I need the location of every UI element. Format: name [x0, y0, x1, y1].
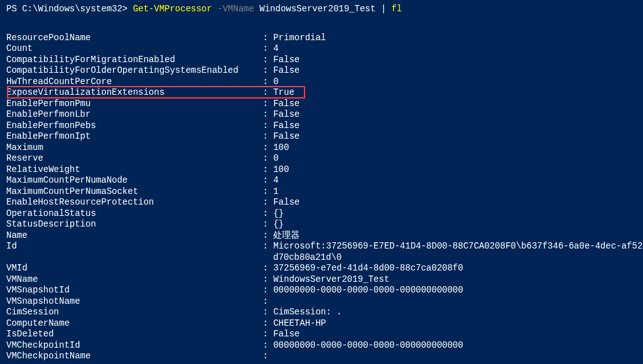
property-separator: :: [257, 329, 273, 340]
output-row: VMCheckpointName :: [6, 351, 637, 362]
property-key: VMId: [6, 263, 257, 274]
property-value: {}: [273, 208, 637, 220]
property-separator: :: [257, 120, 273, 132]
property-separator: :: [257, 208, 273, 220]
property-key: Maximum: [6, 142, 257, 154]
property-separator: :: [257, 99, 273, 110]
property-value: 1: [273, 186, 637, 198]
output-row: CimSession : CimSession: .: [6, 307, 637, 318]
property-value: [273, 296, 637, 308]
property-separator: :: [257, 285, 273, 296]
property-key: EnablePerfmonLbr: [6, 109, 257, 120]
property-key: Count: [6, 43, 257, 55]
property-value: 0: [273, 153, 637, 164]
output-row: EnablePerfmonPebs : False: [6, 120, 637, 132]
property-key: EnableHostResourceProtection: [6, 197, 257, 208]
output-row: ComputerName : CHEETAH-HP: [6, 318, 637, 329]
property-separator: :: [257, 219, 273, 230]
property-value-continuation: d70cb80a21d\0: [6, 252, 342, 264]
output-row: VMSnapshotName :: [6, 296, 637, 308]
property-key: CompatibilityForMigrationEnabled: [6, 55, 257, 66]
property-key: OperationalStatus: [6, 208, 257, 220]
property-key: MaximumCountPerNumaNode: [6, 175, 257, 186]
property-key: EnablePerfmonPebs: [6, 120, 257, 132]
property-value: False: [273, 131, 637, 142]
property-key: EnablePerfmonPmu: [6, 99, 257, 110]
property-separator: :: [257, 340, 273, 351]
property-key: EnablePerfmonIpt: [6, 131, 257, 142]
property-separator: :: [257, 33, 273, 44]
output-row: Maximum : 100: [6, 142, 637, 154]
property-value: CimSession: .: [273, 307, 637, 318]
property-key: Id: [6, 241, 257, 252]
property-separator: :: [257, 263, 273, 274]
format-list-cmdlet: fl: [391, 4, 402, 14]
output-row: StatusDescription : {}: [6, 219, 637, 230]
pipe-symbol: |: [381, 4, 392, 14]
property-value: False: [273, 99, 637, 110]
output-row: VMCheckpointId : 00000000-0000-0000-0000…: [6, 340, 637, 351]
property-key: VMSnapshotName: [6, 296, 257, 308]
property-value: {}: [273, 219, 637, 230]
property-separator: :: [257, 241, 273, 252]
output-row: CompatibilityForOlderOperatingSystemsEna…: [6, 65, 637, 77]
property-key: Reserve: [6, 153, 257, 164]
property-value: False: [273, 197, 637, 208]
property-separator: :: [257, 351, 273, 362]
property-separator: :: [257, 296, 273, 308]
property-value: False: [273, 109, 637, 120]
property-separator: :: [257, 43, 273, 55]
property-separator: :: [257, 197, 273, 208]
output-container: ResourcePoolName : PrimordialCount : 4Co…: [6, 33, 637, 362]
property-separator: :: [257, 55, 273, 66]
output-row: Name : 处理器: [6, 230, 637, 242]
output-row-continuation: d70cb80a21d\0: [6, 252, 637, 264]
property-separator: :: [257, 307, 273, 318]
property-separator: :: [257, 274, 273, 286]
property-separator: :: [257, 131, 273, 142]
output-row: Id : Microsoft:37256969-E7ED-41D4-8D00-8…: [6, 241, 637, 252]
param-name: -VMName: [217, 4, 259, 14]
output-row: VMSnapshotId : 00000000-0000-0000-0000-0…: [6, 285, 637, 296]
property-separator: :: [257, 87, 273, 99]
property-value: 00000000-0000-0000-0000-000000000000: [273, 285, 637, 296]
property-value: 00000000-0000-0000-0000-000000000000: [273, 340, 637, 351]
output-row: EnablePerfmonIpt : False: [6, 131, 637, 142]
command-prompt-line[interactable]: PS C:\Windows\system32> Get-VMProcessor …: [6, 4, 637, 15]
property-separator: :: [257, 77, 273, 88]
property-key: CompatibilityForOlderOperatingSystemsEna…: [6, 65, 257, 77]
property-value: Microsoft:37256969-E7ED-41D4-8D00-88C7CA…: [273, 241, 643, 252]
property-key: RelativeWeight: [6, 164, 257, 176]
property-value: 100: [273, 164, 637, 176]
output-row: Count : 4: [6, 43, 637, 55]
property-separator: :: [257, 230, 273, 242]
output-row: ResourcePoolName : Primordial: [6, 33, 637, 44]
property-separator: :: [257, 164, 273, 176]
param-arg: WindowsServer2019_Test: [259, 4, 381, 14]
property-key: VMSnapshotId: [6, 285, 257, 296]
output-row: VMName : WindowsServer2019_Test: [6, 274, 637, 286]
output-row: EnablePerfmonLbr : False: [6, 109, 637, 120]
property-key: VMCheckpointName: [6, 351, 257, 362]
property-key: VMCheckpointId: [6, 340, 257, 351]
property-separator: :: [257, 175, 273, 186]
property-value: 处理器: [273, 230, 637, 242]
property-value: False: [273, 120, 637, 132]
property-value: False: [273, 329, 637, 340]
property-key: StatusDescription: [6, 219, 257, 230]
property-value: False: [273, 55, 637, 66]
property-key: Name: [6, 230, 257, 242]
property-separator: :: [257, 186, 273, 198]
property-key: CimSession: [6, 307, 257, 318]
property-separator: :: [257, 109, 273, 120]
property-value: CHEETAH-HP: [273, 318, 637, 329]
output-row: ExposeVirtualizationExtensions : True: [6, 87, 637, 99]
cmdlet-name: Get-VMProcessor: [133, 4, 217, 14]
output-row: OperationalStatus : {}: [6, 208, 637, 220]
property-value: [273, 351, 637, 362]
property-value: 4: [273, 43, 637, 55]
property-key: ResourcePoolName: [6, 33, 257, 44]
output-row: EnablePerfmonPmu : False: [6, 99, 637, 110]
property-value: 100: [273, 142, 637, 154]
output-row: EnableHostResourceProtection : False: [6, 197, 637, 208]
